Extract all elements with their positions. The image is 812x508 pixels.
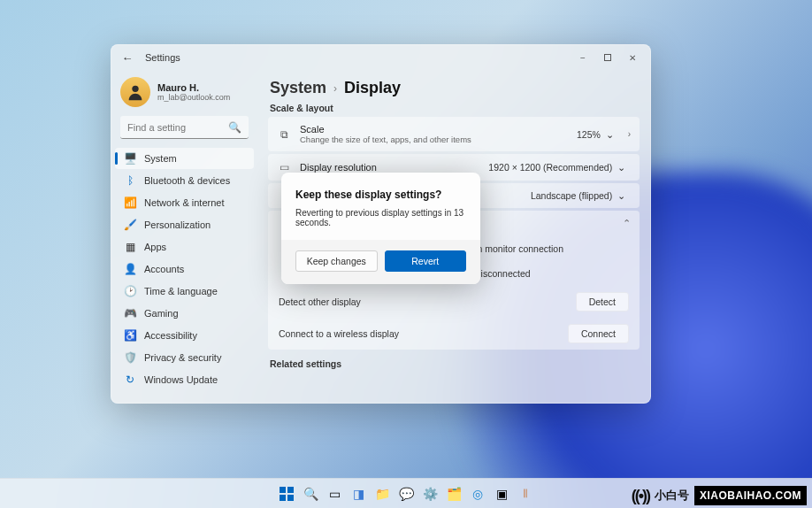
minimize-button[interactable]: − [571,48,595,67]
app-icon[interactable]: ⦀ [516,484,535,504]
titlebar: ← Settings − ✕ [111,45,650,70]
search-taskbar-icon[interactable]: 🔍 [301,484,320,504]
chevron-right-icon[interactable]: › [628,129,631,139]
nav-time[interactable]: 🕑Time & language [115,281,254,302]
breadcrumb: System › Display [270,79,640,97]
widgets-icon[interactable]: ◨ [349,484,368,504]
scale-icon: ⧉ [277,128,291,141]
gaming-icon: 🎮 [124,307,136,319]
breadcrumb-parent[interactable]: System [270,79,326,97]
profile-email: m_lab@outlook.com [157,93,230,102]
start-button[interactable] [277,484,296,504]
user-profile[interactable]: Mauro H. m_lab@outlook.com [115,75,254,116]
svg-rect-4 [287,495,294,501]
detect-display-row: Detect other display Detect [268,286,640,318]
nav-accessibility[interactable]: ♿Accessibility [115,325,254,346]
nav-apps[interactable]: ▦Apps [115,236,254,258]
privacy-icon: 🛡️ [124,351,136,364]
sidebar: Mauro H. m_lab@outlook.com 🔍 🖥️System ᛒB… [111,70,257,403]
settings-taskbar-icon[interactable]: ⚙️ [420,484,440,504]
wireless-display-row: Connect to a wireless display Connect [268,318,640,350]
scale-dropdown[interactable]: 125% ⌄ [577,129,614,140]
svg-rect-2 [287,487,294,493]
search-box[interactable]: 🔍 [120,116,249,139]
network-icon: 📶 [124,196,136,209]
folder-icon[interactable]: 🗂️ [444,484,463,504]
maximize-button[interactable] [595,48,620,67]
search-icon: 🔍 [228,121,241,134]
bluetooth-icon: ᛒ [124,174,136,187]
teams-icon[interactable]: 💬 [396,484,416,504]
accounts-icon: 👤 [124,263,136,275]
orientation-dropdown[interactable]: Landscape (flipped) ⌄ [531,190,625,201]
back-button[interactable]: ← [117,51,138,65]
dialog-message: Reverting to previous display settings i… [295,208,466,227]
system-icon: 🖥️ [124,152,136,165]
time-icon: 🕑 [124,285,136,297]
avatar [120,77,150,107]
nav-personalization[interactable]: 🖌️Personalization [115,214,254,235]
chevron-right-icon: › [333,82,337,95]
nav-privacy[interactable]: 🛡️Privacy & security [115,347,254,368]
svg-rect-1 [280,487,286,493]
detect-button[interactable]: Detect [576,292,629,312]
apps-icon: ▦ [124,241,136,253]
nav-update[interactable]: ↻Windows Update [115,369,254,390]
nav-network[interactable]: 📶Network & internet [115,192,254,213]
connect-button[interactable]: Connect [568,324,629,343]
wifi-icon: ((•)) [632,487,649,505]
breadcrumb-current: Display [344,79,401,97]
chevron-up-icon: ⌃ [623,218,631,229]
resolution-dropdown[interactable]: 1920 × 1200 (Recommended) ⌄ [488,162,625,173]
dialog-title: Keep these display settings? [295,189,466,201]
app-title: Settings [145,52,180,63]
keep-settings-dialog: Keep these display settings? Reverting t… [281,173,480,284]
watermark: ((•)) 小白号 XIAOBAIHAO.COM [632,486,807,505]
terminal-icon[interactable]: ▣ [492,484,511,504]
profile-name: Mauro H. [157,82,230,93]
svg-point-0 [132,86,138,92]
nav-bluetooth[interactable]: ᛒBluetooth & devices [115,170,254,191]
resolution-icon: ▭ [277,161,291,173]
scale-setting[interactable]: ⧉ Scale Change the size of text, apps, a… [268,117,640,151]
personalization-icon: 🖌️ [124,219,136,231]
svg-rect-3 [280,495,286,501]
edge-icon[interactable]: ◎ [468,484,487,504]
nav-accounts[interactable]: 👤Accounts [115,258,254,280]
nav-system[interactable]: 🖥️System [115,148,254,169]
accessibility-icon: ♿ [124,329,136,342]
section-related: Related settings [270,358,640,369]
keep-changes-button[interactable]: Keep changes [295,250,378,272]
close-button[interactable]: ✕ [620,48,645,67]
nav-gaming[interactable]: 🎮Gaming [115,303,254,324]
task-view-icon[interactable]: ▭ [325,484,344,504]
update-icon: ↻ [124,373,136,386]
section-scale-layout: Scale & layout [270,103,640,113]
revert-button[interactable]: Revert [385,250,467,272]
explorer-icon[interactable]: 📁 [372,484,392,504]
